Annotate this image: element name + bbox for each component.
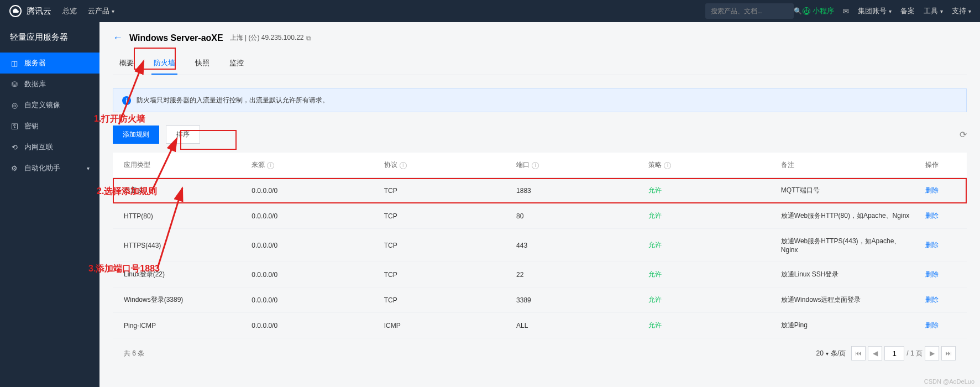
cell-source: 0.0.0.0/0 (245, 262, 377, 287)
search-input[interactable] (711, 7, 794, 15)
table-row: 自定义 0.0.0.0/0 TCP 1883 允许 MQTT端口号 删除 (113, 178, 967, 203)
cell-note: 放通Windows远程桌面登录 (774, 287, 919, 313)
banner-text: 防火墙只对服务器的入流量进行控制，出流量默认允许所有请求。 (137, 96, 329, 105)
tab-3[interactable]: 监控 (227, 53, 246, 75)
sidebar-item-0[interactable]: ◫服务器 (0, 53, 99, 74)
mail-icon[interactable]: ✉ (843, 7, 849, 15)
refresh-icon[interactable]: ⟳ (960, 129, 967, 140)
table-header-4: 策略i (642, 153, 774, 178)
info-tip-icon[interactable]: i (664, 162, 671, 169)
cell-proto: TCP (378, 203, 510, 229)
cell-app: Windows登录(3389) (113, 287, 245, 313)
cell-proto: ICMP (378, 313, 510, 338)
delete-link[interactable]: 删除 (925, 186, 939, 194)
group-account[interactable]: 集团账号▾ (858, 6, 892, 16)
info-tip-icon[interactable]: i (400, 162, 407, 169)
cell-note: 放通Ping (774, 313, 919, 338)
info-icon: i (122, 96, 131, 105)
table-header-6: 操作 (919, 153, 967, 178)
table-header-1: 来源i (245, 153, 377, 178)
sidebar-label-1: 数据库 (24, 79, 46, 89)
firewall-table: 应用类型来源i协议i端口i策略i备注操作 自定义 0.0.0.0/0 TCP 1… (113, 153, 967, 338)
sidebar-label-3: 密钥 (24, 121, 39, 131)
cell-note: MQTT端口号 (774, 178, 919, 203)
cell-source: 0.0.0.0/0 (245, 229, 377, 262)
cell-port: 80 (510, 203, 642, 229)
delete-link[interactable]: 删除 (925, 321, 939, 329)
info-banner: i 防火墙只对服务器的入流量进行控制，出流量默认允许所有请求。 (113, 88, 967, 112)
sidebar-item-2[interactable]: ◎自定义镜像 (0, 95, 99, 116)
tab-0[interactable]: 概要 (117, 53, 136, 75)
search-icon[interactable]: 🔍 (794, 7, 802, 15)
pagination-total: 共 6 条 (124, 349, 144, 358)
cell-note: 放通Linux SSH登录 (774, 262, 919, 287)
table-row: Windows登录(3389) 0.0.0.0/0 TCP 3389 允许 放通… (113, 287, 967, 313)
delete-link[interactable]: 删除 (925, 212, 939, 219)
info-tip-icon[interactable]: i (532, 162, 539, 169)
sidebar-item-3[interactable]: ⚿密钥 (0, 116, 99, 137)
page-title: Windows Server-aoXE (129, 33, 223, 43)
cell-policy: 允许 (642, 229, 774, 262)
page-size-select[interactable]: 20 ▾ 条/页 (816, 349, 846, 358)
cell-port: 443 (510, 229, 642, 262)
pagination: 共 6 条 20 ▾ 条/页 ⏮ ◀ / 1 页 ▶ ⏭ (113, 338, 967, 368)
delete-link[interactable]: 删除 (925, 241, 939, 249)
cell-policy: 允许 (642, 262, 774, 287)
tabs: 概要防火墙快照监控 (113, 53, 967, 75)
main-content: ← Windows Server-aoXE 上海 | (公) 49.235.10… (99, 22, 980, 387)
nav-products[interactable]: 云产品▾ (88, 6, 114, 16)
page-next-button[interactable]: ▶ (925, 346, 939, 360)
sort-button[interactable]: 排序 (166, 125, 200, 144)
cell-policy: 允许 (642, 203, 774, 229)
cell-source: 0.0.0.0/0 (245, 178, 377, 203)
sidebar-icon-4: ⟲ (10, 143, 19, 151)
page-last-button[interactable]: ⏭ (941, 346, 956, 360)
cell-policy: 允许 (642, 178, 774, 203)
delete-link[interactable]: 删除 (925, 270, 939, 278)
caret-down-icon: ▾ (112, 8, 114, 14)
brand-logo[interactable]: 腾讯云 (9, 4, 51, 18)
tab-1[interactable]: 防火墙 (151, 53, 177, 75)
table-header-3: 端口i (510, 153, 642, 178)
nav-overview[interactable]: 总览 (62, 6, 77, 16)
cell-note: 放通Web服务HTTPS(443)，如Apache、Nginx (774, 229, 919, 262)
sidebar-icon-3: ⚿ (10, 122, 19, 130)
tools-link[interactable]: 工具▾ (924, 6, 943, 16)
chevron-down-icon: ▾ (87, 165, 90, 171)
support-link[interactable]: 支持▾ (952, 6, 971, 16)
page-input[interactable] (884, 346, 904, 360)
sidebar-icon-1: ⛁ (10, 80, 19, 88)
mini-program-link[interactable]: ⏻小程序 (803, 6, 834, 16)
sidebar-icon-5: ⚙ (10, 164, 19, 172)
page-total: / 1 页 (906, 349, 923, 358)
page-first-button[interactable]: ⏮ (851, 346, 866, 360)
add-rule-button[interactable]: 添加规则 (113, 125, 159, 144)
copy-icon[interactable]: ⧉ (306, 34, 311, 42)
cell-app: HTTP(80) (113, 203, 245, 229)
beian-link[interactable]: 备案 (900, 6, 915, 16)
sidebar-title: 轻量应用服务器 (0, 32, 99, 53)
cell-source: 0.0.0.0/0 (245, 287, 377, 313)
cell-proto: TCP (378, 287, 510, 313)
cell-port: 1883 (510, 178, 642, 203)
cell-port: 22 (510, 262, 642, 287)
table-row: HTTP(80) 0.0.0.0/0 TCP 80 允许 放通Web服务HTTP… (113, 203, 967, 229)
table-row: Ping-ICMP 0.0.0.0/0 ICMP ALL 允许 放通Ping 删… (113, 313, 967, 338)
table-row: Linux登录(22) 0.0.0.0/0 TCP 22 允许 放通Linux … (113, 262, 967, 287)
sidebar-item-4[interactable]: ⟲内网互联 (0, 137, 99, 158)
back-arrow-icon[interactable]: ← (113, 32, 123, 44)
sidebar-icon-2: ◎ (10, 101, 19, 109)
cloud-icon (9, 4, 22, 18)
info-tip-icon[interactable]: i (267, 162, 274, 169)
sidebar-item-5[interactable]: ⚙自动化助手▾ (0, 158, 99, 179)
brand-text: 腾讯云 (27, 6, 51, 17)
sidebar-label-0: 服务器 (24, 58, 46, 68)
sidebar-item-1[interactable]: ⛁数据库 (0, 74, 99, 95)
search-box[interactable]: 🔍 (705, 3, 794, 19)
topbar: 腾讯云 总览 云产品▾ 🔍 ⏻小程序 ✉ 集团账号▾ 备案 工具▾ 支持▾ (0, 0, 980, 22)
delete-link[interactable]: 删除 (925, 296, 939, 304)
cell-source: 0.0.0.0/0 (245, 203, 377, 229)
tab-2[interactable]: 快照 (193, 53, 212, 75)
content-card: i 防火墙只对服务器的入流量进行控制，出流量默认允许所有请求。 (113, 88, 967, 112)
page-prev-button[interactable]: ◀ (868, 346, 882, 360)
